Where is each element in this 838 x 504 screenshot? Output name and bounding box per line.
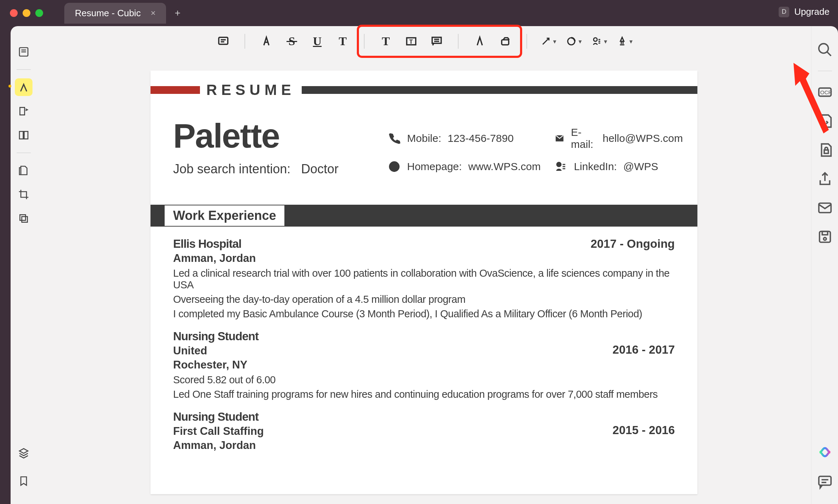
phone-icon [388,132,401,145]
pages-panel-button[interactable] [15,43,33,61]
ocr-button[interactable]: OCR [817,84,833,100]
job-3: Nursing Student First Call Staffing 2015… [151,410,697,452]
share-button[interactable] [817,171,833,187]
tab-title: Resume - Cubic [75,8,141,19]
contact-email: E-mail: hello@WPS.com [555,126,683,150]
document-canvas[interactable]: RESUME Palette Job search intention: Doc… [37,56,811,504]
svg-line-16 [543,38,549,44]
note-button[interactable] [216,34,231,49]
svg-line-26 [827,52,831,56]
svg-rect-32 [822,232,827,235]
account-badge[interactable]: D [779,7,789,17]
upgrade-button[interactable]: Upgrade [794,6,830,17]
svg-rect-6 [22,217,28,222]
account-area: D Upgrade [779,6,830,17]
svg-point-18 [594,38,597,41]
section-work-experience: Work Experience [151,205,697,227]
bookmark-rail-button[interactable] [15,472,33,490]
annotation-toolbar: S U T T T ▾ ▾ ▾ ▾ [37,26,811,56]
convert-button[interactable] [817,113,833,129]
search-button[interactable] [817,42,833,58]
contact-homepage: Homepage: www.WPS.com [388,160,541,173]
crop-rail-button[interactable] [15,186,33,203]
contact-linkedin: LinkedIn: @WPS [555,160,683,173]
compare-rail-button[interactable] [15,126,33,144]
svg-text:OCR: OCR [820,89,832,95]
protect-button[interactable] [817,142,833,158]
right-rail: OCR [811,26,838,504]
svg-rect-5 [20,215,25,220]
svg-rect-7 [219,37,228,44]
linkedin-icon [555,160,567,173]
intention-line: Job search intention: Doctor [173,162,338,176]
svg-point-24 [557,162,561,167]
page-1: RESUME Palette Job search intention: Doc… [151,71,697,494]
maximize-window-button[interactable] [35,9,43,17]
ai-assistant-button[interactable] [817,445,833,462]
job-2: Nursing Student United 2016 - 2017 Roche… [151,330,697,400]
header-red-bar [151,86,200,94]
stamp-dropdown[interactable]: ▾ [591,34,607,49]
layers-rail-button[interactable] [15,444,33,462]
close-window-button[interactable] [10,9,18,17]
arrow-shape-dropdown[interactable]: ▾ [541,34,556,49]
resume-name: Palette [173,116,338,155]
svg-point-25 [819,44,828,53]
highlight-button[interactable] [259,34,274,49]
header-label: RESUME [200,82,302,98]
highlighter-rail-button[interactable] [15,78,33,96]
underline-button[interactable]: U [309,34,325,49]
job-1: Ellis Hospital 2017 - Ongoing Amman, Jor… [151,237,697,320]
svg-rect-4 [24,131,28,139]
tab-document[interactable]: Resume - Cubic × [64,3,166,24]
svg-rect-3 [19,131,23,139]
header-dark-bar [302,86,697,94]
comment-button[interactable] [817,474,833,490]
left-rail [11,26,37,504]
email-button[interactable] [817,200,833,216]
svg-rect-34 [819,476,831,485]
annotation-highlight-box [357,25,522,58]
globe-icon [388,160,401,173]
save-button[interactable] [817,229,833,245]
intention-label: Job search intention: [173,162,290,176]
minimize-window-button[interactable] [23,9,30,17]
files-rail-button[interactable] [15,162,33,179]
edit-rail-button[interactable] [15,102,33,120]
duplicate-rail-button[interactable] [15,210,33,227]
close-tab-button[interactable]: × [151,8,155,18]
signature-dropdown[interactable]: ▾ [617,34,632,49]
strikethrough-button[interactable]: S [284,34,300,49]
section-title: Work Experience [165,205,284,226]
window-controls [10,9,43,17]
contact-mobile: Mobile: 123-456-7890 [388,126,541,150]
intention-value: Doctor [301,162,338,176]
add-tab-button[interactable]: + [175,7,180,19]
svg-point-33 [824,238,826,240]
mail-icon [555,132,565,145]
text-tool-button[interactable]: T [335,34,350,49]
svg-rect-29 [824,150,828,154]
shape-dropdown[interactable]: ▾ [566,34,582,49]
